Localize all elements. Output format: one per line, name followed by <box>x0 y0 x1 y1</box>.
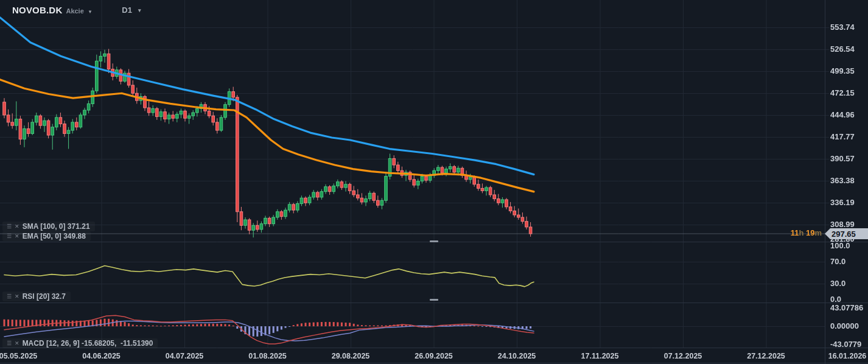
rsi-tick-label: 70.0 <box>830 257 845 266</box>
indicator-label-macd: MACD [12, 26, 9] -15.68205, -11.51390 <box>23 339 153 348</box>
date-tick-label: 01.08.2025 <box>248 352 287 360</box>
pane-resize-handle[interactable] <box>430 240 438 242</box>
indicator-close-icon[interactable]: ✕ <box>15 234 19 239</box>
indicator-row-ema: ☰ ✕ EMA [50, 0] 349.88 <box>2 231 91 241</box>
timeframe-selector[interactable]: D1 ▾ <box>122 5 141 15</box>
time-axis[interactable]: 05.05.202504.06.202504.07.202501.08.2025… <box>0 349 868 364</box>
timeframe-label: D1 <box>122 5 132 15</box>
indicator-row-macd: ☰ ✕ MACD [12, 26, 9] -15.68205, -11.5139… <box>2 338 158 348</box>
date-tick-label: 16.01.2026 <box>828 352 867 360</box>
price-tick-label: 390.57 <box>830 154 855 163</box>
price-tick-label: 526.54 <box>830 44 855 54</box>
price-tick-label: 363.38 <box>830 176 855 185</box>
chart-canvas[interactable] <box>0 0 868 364</box>
date-tick-label: 04.06.2025 <box>82 352 121 360</box>
indicator-settings-icon[interactable]: ☰ <box>7 224 12 229</box>
indicator-close-icon[interactable]: ✕ <box>15 341 19 346</box>
indicator-label-rsi: RSI [20] 32.7 <box>23 292 66 301</box>
indicator-label-sma: SMA [100, 0] 371.21 <box>23 222 90 231</box>
date-tick-label: 24.10.2025 <box>498 352 536 360</box>
date-tick-label: 27.12.2025 <box>747 352 785 360</box>
indicator-row-sma: ☰ ✕ SMA [100, 0] 371.21 <box>2 222 95 231</box>
date-tick-label: 05.05.2025 <box>0 352 37 360</box>
date-tick-label: 26.09.2025 <box>415 352 453 360</box>
current-price-value: 297.65 <box>831 229 856 239</box>
macd-tick-label: 43.07786 <box>830 303 863 312</box>
price-tick-label: 417.77 <box>830 132 855 141</box>
price-tick-label: 308.99 <box>830 220 855 229</box>
current-price-badge: 297.65 <box>825 228 868 239</box>
date-tick-label: 07.12.2025 <box>664 352 702 360</box>
countdown-minutes: 19 <box>806 228 814 237</box>
chart-header: NOVOB.DK Akcie ▾ D1 ▾ <box>12 5 141 15</box>
price-tick-label: 472.15 <box>830 88 855 97</box>
trading-chart-window: NOVOB.DK Akcie ▾ D1 ▾ ☰ ✕ SMA [100, 0] 3… <box>0 0 868 364</box>
pane-resize-handle[interactable] <box>430 299 438 301</box>
macd-tick-label: 0.00000 <box>830 321 859 331</box>
macd-tick-label: -43.0779 <box>830 340 861 349</box>
symbol-market-type: Akcie <box>66 7 83 15</box>
countdown-hours: 11 <box>791 228 799 237</box>
date-tick-label: 29.08.2025 <box>332 352 370 360</box>
price-tick-label: 336.19 <box>830 198 855 207</box>
date-tick-label: 04.07.2025 <box>166 352 204 360</box>
chevron-down-icon: ▾ <box>138 7 141 13</box>
chevron-down-icon: ▾ <box>89 9 92 15</box>
indicator-settings-icon[interactable]: ☰ <box>7 294 12 299</box>
price-axis[interactable]: 553.74526.54499.35472.15444.96417.77390.… <box>825 0 868 364</box>
indicator-row-rsi: ☰ ✕ RSI [20] 32.7 <box>2 292 71 301</box>
price-tick-label: 444.96 <box>830 110 855 119</box>
rsi-tick-label: 100.0 <box>830 241 850 250</box>
indicator-close-icon[interactable]: ✕ <box>15 294 19 299</box>
indicator-close-icon[interactable]: ✕ <box>15 224 19 229</box>
symbol-name: NOVOB.DK <box>12 5 62 15</box>
price-tick-label: 499.35 <box>830 66 855 75</box>
indicator-settings-icon[interactable]: ☰ <box>7 341 12 346</box>
price-tick-label: 553.74 <box>830 23 855 32</box>
candle-countdown: 11h 19m <box>791 228 822 237</box>
indicator-label-ema: EMA [50, 0] 349.88 <box>23 232 86 240</box>
date-tick-label: 17.11.2025 <box>581 352 619 360</box>
symbol-selector[interactable]: NOVOB.DK Akcie ▾ <box>12 5 91 15</box>
countdown-minutes-unit: m <box>814 228 822 237</box>
rsi-tick-label: 30.0 <box>830 279 845 288</box>
indicator-settings-icon[interactable]: ☰ <box>7 234 12 239</box>
countdown-hours-unit: h <box>799 228 806 237</box>
